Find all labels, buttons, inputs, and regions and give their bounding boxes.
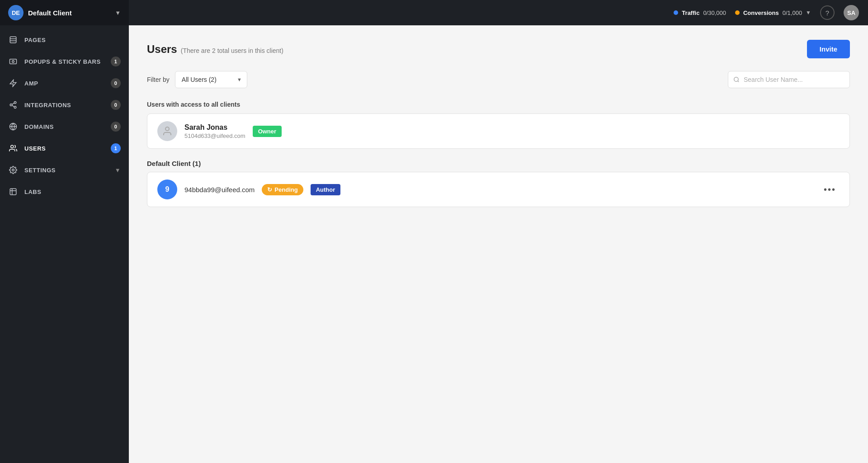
sidebar-nav: PAGES POPUPS & STICKY BARS 1 AMP 0 bbox=[0, 25, 129, 463]
content-area: Users (There are 2 total users in this c… bbox=[129, 25, 868, 463]
user-avatar[interactable]: SA bbox=[844, 5, 859, 20]
integrations-badge: 0 bbox=[111, 100, 121, 110]
sidebar-item-settings[interactable]: SETTINGS ▼ bbox=[0, 159, 129, 181]
page-title: Users bbox=[147, 43, 177, 56]
search-input[interactable] bbox=[728, 71, 850, 88]
sidebar-client-header[interactable]: DE Default Client ▼ bbox=[0, 0, 129, 25]
svg-point-6 bbox=[14, 102, 16, 104]
domains-badge: 0 bbox=[111, 122, 121, 132]
client-section-title: Default Client (1) bbox=[147, 160, 850, 167]
conversions-chevron-icon: ▼ bbox=[806, 9, 811, 16]
sidebar-item-popups[interactable]: POPUPS & STICKY BARS 1 bbox=[0, 51, 129, 72]
avatar-sarah bbox=[157, 121, 177, 141]
help-button[interactable]: ? bbox=[820, 5, 835, 20]
user-info-sarah: Sarah Jonas 5104d633@uifeed.com bbox=[184, 123, 245, 139]
labs-icon bbox=[8, 187, 18, 197]
global-users-title: Users with access to all clients bbox=[147, 101, 850, 108]
sidebar-label-popups: POPUPS & STICKY BARS bbox=[24, 58, 101, 65]
sidebar-label-labs: LABS bbox=[24, 189, 41, 195]
sidebar-label-integrations: INTEGRATIONS bbox=[24, 102, 71, 109]
conversions-stat[interactable]: Conversions 0/1,000 ▼ bbox=[735, 9, 811, 16]
sidebar-label-users: USERS bbox=[24, 145, 46, 152]
svg-line-16 bbox=[738, 81, 739, 82]
invite-button[interactable]: Invite bbox=[807, 40, 850, 58]
sidebar-item-labs[interactable]: LABS bbox=[0, 181, 129, 203]
page-subtitle: (There are 2 total users in this client) bbox=[181, 47, 283, 54]
pending-badge[interactable]: ↻ Pending bbox=[262, 184, 303, 195]
sidebar-item-pages[interactable]: PAGES bbox=[0, 29, 129, 51]
settings-chevron-icon: ▼ bbox=[115, 167, 121, 174]
filter-select[interactable]: All Users (2) bbox=[175, 71, 247, 88]
svg-rect-3 bbox=[10, 59, 17, 64]
domains-icon bbox=[8, 122, 18, 132]
client-name: Default Client bbox=[28, 9, 110, 17]
user-card-pending: 9 94bbda99@uifeed.com ↻ Pending Author •… bbox=[147, 172, 850, 207]
chevron-down-icon: ▼ bbox=[115, 9, 121, 16]
main-wrapper: Traffic 0/30,000 Conversions 0/1,000 ▼ ?… bbox=[129, 0, 868, 463]
sidebar-item-domains[interactable]: DOMAINS 0 bbox=[0, 116, 129, 137]
client-avatar: DE bbox=[8, 5, 24, 20]
sidebar-label-domains: DOMAINS bbox=[24, 123, 54, 130]
amp-badge: 0 bbox=[111, 78, 121, 88]
pending-spinner-icon: ↻ bbox=[267, 186, 272, 193]
svg-point-14 bbox=[12, 169, 14, 171]
traffic-stat[interactable]: Traffic 0/30,000 bbox=[674, 9, 726, 16]
search-icon bbox=[733, 76, 740, 83]
sidebar-label-amp: AMP bbox=[24, 80, 38, 87]
sidebar-label-pages: PAGES bbox=[24, 37, 46, 43]
page-title-group: Users (There are 2 total users in this c… bbox=[147, 43, 283, 56]
client-section-count: (1) bbox=[193, 160, 201, 167]
traffic-value: 0/30,000 bbox=[703, 9, 726, 16]
svg-rect-0 bbox=[10, 37, 16, 43]
svg-line-10 bbox=[12, 103, 14, 104]
svg-point-4 bbox=[12, 61, 14, 63]
global-users-section: Users with access to all clients Sarah J… bbox=[147, 101, 850, 149]
author-badge[interactable]: Author bbox=[311, 184, 341, 195]
svg-point-17 bbox=[165, 127, 169, 131]
pages-icon bbox=[8, 35, 18, 45]
owner-badge: Owner bbox=[253, 126, 282, 137]
filter-group: Filter by All Users (2) bbox=[147, 71, 247, 88]
search-input-wrap bbox=[728, 71, 850, 88]
help-icon: ? bbox=[826, 9, 829, 17]
user-email-sarah: 5104d633@uifeed.com bbox=[184, 132, 245, 139]
user-name-sarah: Sarah Jonas bbox=[184, 123, 245, 132]
popups-icon bbox=[8, 57, 18, 66]
conversions-value: 0/1,000 bbox=[783, 9, 802, 16]
sidebar-item-integrations[interactable]: INTEGRATIONS 0 bbox=[0, 94, 129, 116]
client-users-section: Default Client (1) 9 94bbda99@uifeed.com… bbox=[147, 160, 850, 207]
page-header: Users (There are 2 total users in this c… bbox=[147, 40, 850, 58]
user-card-sarah: Sarah Jonas 5104d633@uifeed.com Owner bbox=[147, 113, 850, 149]
more-options-button[interactable]: ••• bbox=[820, 183, 840, 197]
user-actions: ••• bbox=[820, 183, 840, 197]
conversions-label: Conversions bbox=[743, 9, 779, 16]
user-email-pending: 94bbda99@uifeed.com bbox=[184, 186, 255, 194]
integrations-icon bbox=[8, 100, 18, 110]
pending-label: Pending bbox=[274, 186, 297, 193]
filter-label: Filter by bbox=[147, 76, 170, 83]
filter-select-wrap: All Users (2) bbox=[175, 71, 247, 88]
svg-marker-5 bbox=[10, 80, 16, 87]
svg-line-9 bbox=[12, 105, 14, 107]
sidebar-item-amp[interactable]: AMP 0 bbox=[0, 72, 129, 94]
avatar-pending-user: 9 bbox=[157, 180, 177, 199]
conversions-dot bbox=[735, 10, 740, 15]
sidebar-item-users[interactable]: USERS 1 bbox=[0, 137, 129, 159]
svg-point-7 bbox=[10, 104, 12, 106]
sidebar: DE Default Client ▼ PAGES POPUPS & STICK… bbox=[0, 0, 129, 463]
sidebar-label-settings: SETTINGS bbox=[24, 167, 56, 174]
popups-badge: 1 bbox=[111, 57, 121, 66]
settings-icon bbox=[8, 165, 18, 175]
filter-bar: Filter by All Users (2) bbox=[147, 71, 850, 88]
svg-point-13 bbox=[11, 145, 14, 148]
svg-point-15 bbox=[734, 77, 738, 81]
users-icon bbox=[8, 143, 18, 153]
svg-point-8 bbox=[14, 106, 16, 109]
traffic-dot bbox=[674, 10, 678, 15]
traffic-label: Traffic bbox=[682, 9, 699, 16]
amp-icon bbox=[8, 78, 18, 88]
topbar: Traffic 0/30,000 Conversions 0/1,000 ▼ ?… bbox=[129, 0, 868, 25]
users-badge: 1 bbox=[111, 143, 121, 153]
